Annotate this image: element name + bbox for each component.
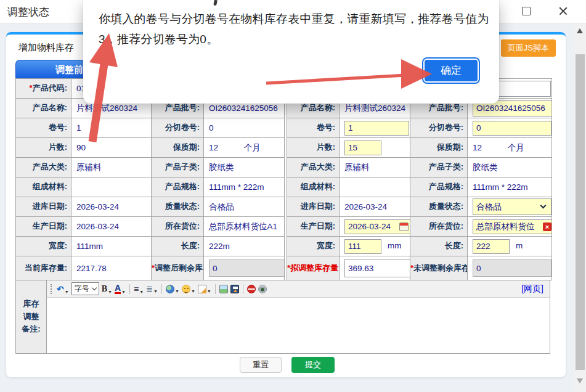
inbound-date-label: 进库日期: (16, 197, 71, 217)
font-size-select[interactable]: 字号 (71, 282, 99, 295)
table-row: 产品大类: 原辅料 产品子类: 胶纸类 (16, 158, 285, 178)
before-location: 总部原材料货位A1 (204, 217, 285, 237)
webpage-mode-link[interactable]: [网页] (521, 284, 543, 295)
slit-roll-label: 分切卷号: (152, 118, 204, 138)
close-icon[interactable] (558, 6, 569, 17)
bold-icon[interactable]: B▼ (102, 284, 112, 294)
table-row: 产品大类: 原辅料 产品子类: 胶纸类 (287, 158, 552, 178)
product-code-label: 产品代码: (33, 83, 67, 92)
before-width: 111mm (71, 237, 152, 256)
toolbar-separator (129, 284, 130, 294)
quality-select[interactable]: 合格品 (473, 198, 551, 215)
after-subcategory: 胶纸类 (468, 158, 552, 178)
after-width-input[interactable]: 111 (344, 239, 381, 254)
editor-toolbar: ↶▼ 字号 B▼ A▼ ≡▼ ≣▼ ▼ ▼ ▼ [网页] (47, 280, 550, 298)
numbered-list-icon[interactable]: ≣▼ (146, 284, 158, 293)
after-materials (340, 178, 410, 197)
table-row: 卷号: 1 分切卷号: 0 (16, 118, 285, 138)
scroll-down-icon[interactable] (577, 378, 583, 383)
after-category: 原辅料 (340, 158, 410, 178)
table-row: 组成材料: 产品规格: 111mm * 222m (16, 178, 285, 197)
before-inbound-date: 2026-03-24 (71, 197, 152, 217)
clear-location-icon[interactable]: × (543, 223, 551, 231)
prod-date-label: 生产日期: (287, 217, 340, 237)
after-length-input[interactable]: 222 (473, 239, 510, 254)
before-quality: 合格品 (204, 197, 285, 217)
table-edit-icon[interactable]: ▼ (198, 285, 211, 293)
before-pieces: 90 (71, 138, 152, 158)
subcategory-label: 产品子类: (410, 158, 468, 178)
pieces-label: 片数: (16, 138, 71, 158)
table-row: 进库日期: 2026-03-24 质量状态: 合格品 (287, 197, 552, 217)
after-slit-roll-input[interactable]: 0 (473, 121, 551, 136)
notes-editor: ↶▼ 字号 B▼ A▼ ≡▼ ≣▼ ▼ ▼ ▼ [网页] (46, 280, 550, 354)
table-row: 进库日期: 2026-03-24 质量状态: 合格品 (16, 197, 285, 217)
materials-label: 组成材料: (287, 178, 340, 197)
calendar-icon[interactable] (399, 223, 409, 231)
undo-icon[interactable]: ↶▼ (57, 284, 69, 294)
length-unit: m (516, 241, 523, 250)
width-label: 宽度: (287, 237, 340, 256)
save-html-icon[interactable] (230, 285, 239, 293)
table-row: 生产日期: 2026-03-24 所在货位: 总部原材料货位× (287, 217, 552, 237)
planned-input[interactable]: 369.63 (344, 259, 410, 277)
inbound-date-label: 进库日期: (287, 197, 340, 217)
width-unit: mm (388, 241, 402, 250)
spec-label: 产品规格: (410, 178, 468, 197)
forbidden-icon[interactable] (247, 285, 256, 293)
prod-date-input[interactable]: 2026-03-24 (344, 219, 410, 234)
after-table: *产品代码: 产品名称: 片料测试260324 产品批号: OI26032416… (287, 78, 552, 280)
length-label: 长度: (410, 237, 468, 256)
maximize-icon[interactable] (522, 7, 531, 15)
submit-button[interactable]: 提交 (291, 357, 335, 373)
unadjusted-input: 0 (473, 259, 551, 277)
toolbar-grip-icon[interactable] (51, 284, 53, 294)
page-js-script-button[interactable]: 页面JS脚本 (501, 39, 556, 57)
category-label: 产品大类: (287, 158, 340, 178)
align-icon[interactable]: ≡▼ (134, 284, 144, 294)
before-current-stock: 2217.78 (71, 256, 152, 280)
pieces-label: 片数: (287, 138, 340, 158)
window-title: 调整状态 (7, 5, 49, 19)
shelf-life-label: 保质期: (152, 138, 204, 158)
ok-button-focus-ring: 确定 (422, 57, 480, 84)
table-row: 组成材料: 产品规格: 111mm * 222m (287, 178, 552, 197)
reset-button[interactable]: 重置 (240, 357, 282, 373)
unadjusted-label: 未调整剩余库存: (413, 263, 467, 272)
preview-eye-icon[interactable] (258, 285, 267, 293)
ok-button[interactable]: 确定 (425, 60, 478, 81)
before-prod-date: 2026-03-24 (71, 217, 152, 237)
location-input[interactable]: 总部原材料货位× (473, 219, 552, 234)
table-row: 宽度: 111mm 长度: 222m (287, 237, 552, 256)
shelf-life-unit: 个月 (508, 143, 524, 152)
toolbar-separator (215, 284, 216, 294)
location-label: 所在货位: (152, 217, 204, 237)
table-row: 卷号: 1 分切卷号: 0 (287, 118, 552, 138)
insert-image-icon[interactable] (219, 285, 228, 293)
roll-label: 卷号: (16, 118, 71, 138)
emoticon-icon[interactable]: ▼ (182, 285, 195, 293)
materials-label: 组成材料: (16, 178, 71, 197)
after-remain-label: 调整后剩余库存: (155, 263, 203, 272)
current-stock-label: 当前库存量: (16, 256, 71, 280)
toolbar-separator (161, 284, 162, 294)
vertical-scrollbar[interactable] (574, 23, 586, 392)
font-color-icon[interactable]: A▼ (115, 284, 126, 294)
scrollbar-thumb[interactable] (576, 54, 585, 370)
notes-editor-body[interactable] (47, 298, 550, 353)
table-row: *拟调整库存量: 369.63 *未调整剩余库存: 0 (287, 256, 552, 280)
clipped-text-fragment (213, 0, 218, 6)
scroll-up-icon[interactable] (577, 28, 583, 33)
table-row: 生产日期: 2026-03-24 所在货位: 总部原材料货位A1 (16, 217, 285, 237)
notes-label: 库存 调整 备注: (15, 280, 46, 354)
planned-label: 拟调整库存量: (290, 263, 339, 272)
after-spec: 111mm * 222m (468, 178, 552, 197)
length-label: 长度: (152, 237, 204, 256)
alert-message: 你填入的卷号与分切卷号在物料库存表中重复，请重新填写，推荐卷号值为3，推荐分切卷… (99, 9, 498, 49)
after-roll-input[interactable]: 1 (344, 121, 409, 136)
after-pieces-input[interactable]: 15 (344, 141, 381, 155)
before-table: *产品代码: 01A 产品名称: 片料测试260324 产品批号: OI2603… (15, 78, 285, 280)
hyperlink-globe-icon[interactable]: ▼ (166, 285, 179, 293)
location-label: 所在货位: (410, 217, 468, 237)
roll-label: 卷号: (287, 118, 340, 138)
